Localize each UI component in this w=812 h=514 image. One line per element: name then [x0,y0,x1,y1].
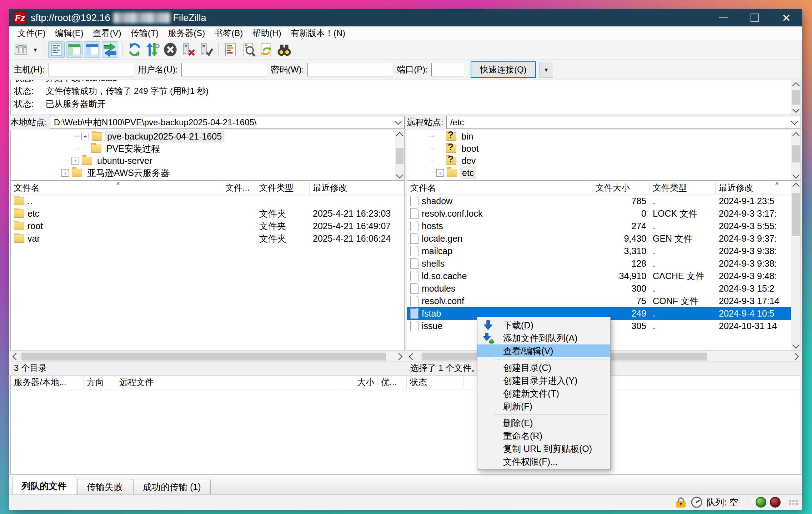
column-header-0[interactable]: 文件名∧ [11,181,222,195]
column-header-2[interactable]: 文件类型 [256,181,310,195]
combo-chevron-icon[interactable] [791,118,798,125]
scrollbar-thumb[interactable] [792,193,800,236]
context-menu-item-4[interactable]: 创建目录(C) [477,361,610,374]
tree-item-dev[interactable]: ?dev [407,155,801,167]
menu-item-1[interactable]: 编辑(E) [50,26,88,40]
queue-column-header-5[interactable]: 状态 [407,376,463,389]
file-row-resolv.conf.lock[interactable]: resolv.conf.lock0LOCK 文件2024-9-3 3:17: [407,207,791,220]
scrollbar-thumb[interactable] [792,145,800,162]
toggle-message-log-button[interactable] [48,41,65,58]
scroll-up-icon[interactable] [793,80,798,89]
tree-expander-icon[interactable]: + [71,157,79,165]
file-row-etc[interactable]: etc文件夹2025-4-21 16:23:03 [11,207,404,220]
remote-site-combo[interactable]: /etc [446,116,801,129]
tree-item-boot[interactable]: ?boot [407,142,801,155]
file-row-..[interactable]: .. [11,195,404,207]
file-row-ld.so.cache[interactable]: ld.so.cache34,910CACHE 文件2024-9-3 9:48: [407,270,791,282]
reconnect-button[interactable] [198,41,214,58]
context-menu-item-5[interactable]: 创建目录并进入(Y) [477,374,610,387]
host-input[interactable] [49,63,134,76]
context-menu-item-2[interactable]: 查看/编辑(V) [477,344,610,357]
local-hscrollbar[interactable] [10,352,405,361]
column-header-3[interactable]: 最近修改∧ [716,181,791,195]
remote-list-scrollbar[interactable] [791,181,801,351]
tree-expander-icon[interactable]: + [81,133,89,140]
refresh-button[interactable] [126,41,143,58]
tab-2[interactable]: 成功的传输 (1) [133,479,211,494]
scrollbar-thumb[interactable] [792,90,800,105]
log-scrollbar[interactable] [791,80,801,115]
column-header-1[interactable]: 文件大小 [592,181,650,195]
remote-tree-scrollbar[interactable] [791,130,801,180]
file-row-var[interactable]: var文件夹2025-4-21 16:06:24 [11,232,404,245]
menu-item-5[interactable]: 书签(B) [210,26,247,40]
find-files-button[interactable] [276,41,292,58]
menu-item-7[interactable]: 有新版本！(N) [286,26,350,40]
queue-column-header-1[interactable]: 方向 [84,376,116,389]
file-row-resolv.conf[interactable]: resolv.conf75CONF 文件2024-9-3 17:14 [407,295,791,307]
menu-item-2[interactable]: 查看(V) [88,26,126,40]
queue-column-header-2[interactable]: 远程文件 [116,376,337,389]
tree-item-ubuntu-server[interactable]: +ubuntu-server [11,155,404,167]
directory-comparison-button[interactable] [240,41,257,58]
scroll-right-icon[interactable] [792,354,801,359]
menu-item-3[interactable]: 传输(T) [126,26,164,40]
scroll-right-icon[interactable] [395,354,405,359]
port-input[interactable] [431,63,464,76]
tree-item-亚马逊AWS云服务器[interactable]: +亚马逊AWS云服务器 [11,167,404,179]
directory-listing-filters-button[interactable] [222,41,239,58]
scroll-up-icon[interactable] [397,130,402,139]
scroll-down-icon[interactable] [793,342,798,351]
tree-item-pve-backup2025-04-21-1605[interactable]: +pve-backup2025-04-21-1605 [11,130,404,142]
maximize-button[interactable] [739,9,771,26]
minimize-button[interactable] [708,9,739,26]
site-manager-dropdown-button[interactable]: ▼ [31,41,40,58]
tab-0[interactable]: 列队的文件 [12,477,76,494]
file-row-hosts[interactable]: hosts274.2024-9-3 5:55: [407,220,791,232]
quickconnect-button[interactable]: 快速连接(Q) [471,61,536,78]
quickconnect-dropdown-button[interactable]: ▼ [540,62,553,77]
context-menu-item-6[interactable]: 创建新文件(T) [477,387,610,400]
file-row-locale.gen[interactable]: locale.gen9,430GEN 文件2024-9-3 9:37: [407,232,791,245]
scroll-left-icon[interactable] [10,354,20,359]
file-row-shadow[interactable]: shadow785.2024-9-1 23:5 [407,195,791,207]
tree-expander-icon[interactable]: + [436,169,444,177]
title-bar[interactable]: Fz sftp://root@192.16 FileZilla ✕ [9,9,802,26]
tree-item-etc[interactable]: +etc [407,167,801,179]
queue-column-header-0[interactable]: 服务器/本地... [11,376,84,389]
combo-chevron-icon[interactable] [395,118,402,125]
process-queue-button[interactable] [144,41,161,58]
tree-expander-icon[interactable]: + [61,169,69,177]
tab-1[interactable]: 传输失败 [77,479,132,494]
resize-grip[interactable] [789,500,798,505]
file-row-root[interactable]: root文件夹2025-4-21 16:49:07 [11,220,404,232]
speed-limit-icon[interactable] [691,496,703,508]
context-menu-item-12[interactable]: 文件权限(F)... [477,455,610,468]
scroll-down-icon[interactable] [793,172,798,180]
context-menu-item-0[interactable]: 下载(D) [477,319,610,332]
local-tree-scrollbar[interactable] [395,130,404,180]
scroll-down-icon[interactable] [397,172,402,180]
column-header-3[interactable]: 最近修改 [310,181,404,195]
toggle-transfer-queue-button[interactable] [102,41,118,58]
site-manager-button[interactable] [13,41,29,58]
scroll-up-icon[interactable] [793,130,798,139]
column-header-2[interactable]: 文件类型 [650,181,716,195]
queue-column-header-4[interactable]: 优... [378,376,407,389]
tree-item-bin[interactable]: ?bin [407,130,801,142]
file-row-mailcap[interactable]: mailcap3,310.2024-9-3 9:38: [407,245,791,257]
column-header-1[interactable]: 文件... [222,181,256,195]
synchronized-browsing-button[interactable] [258,41,275,58]
close-button[interactable]: ✕ [771,9,802,26]
context-menu-item-9[interactable]: 删除(E) [477,417,610,429]
context-menu-item-11[interactable]: 复制 URL 到剪贴板(O) [477,442,610,455]
scroll-up-icon[interactable] [793,181,798,190]
scroll-left-icon[interactable] [407,354,416,359]
password-input[interactable] [307,63,393,76]
menu-item-4[interactable]: 服务器(S) [163,26,210,40]
context-menu-item-10[interactable]: 重命名(R) [477,429,610,442]
menu-item-6[interactable]: 帮助(H) [247,26,286,40]
tree-item-PVE安装过程[interactable]: PVE安装过程 [11,142,404,155]
cancel-operation-button[interactable] [162,41,179,58]
scrollbar-thumb[interactable] [21,353,386,361]
